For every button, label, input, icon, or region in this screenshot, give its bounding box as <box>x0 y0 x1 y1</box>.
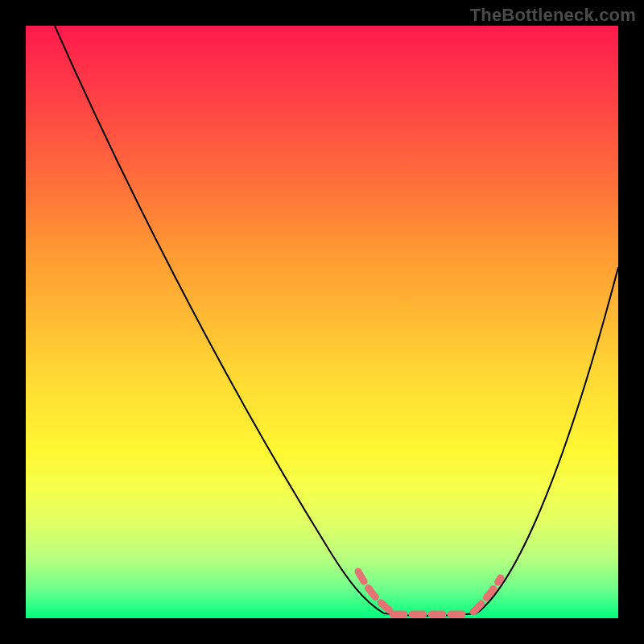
chart-frame: TheBottleneck.com <box>0 0 644 644</box>
watermark-label: TheBottleneck.com <box>470 5 636 26</box>
highlight-dash-left <box>358 572 390 610</box>
plot-area <box>26 26 618 618</box>
curve-left-descent <box>55 26 384 613</box>
curve-right-ascent <box>477 267 618 613</box>
highlight-dash-right <box>473 578 501 612</box>
curve-layer <box>26 26 618 618</box>
